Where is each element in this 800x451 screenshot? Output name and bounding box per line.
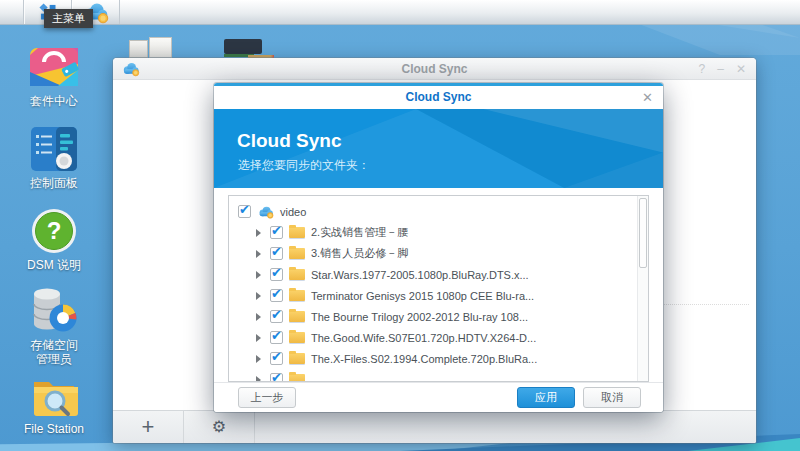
shortcut-package-center[interactable]: 套件中心 [10,42,98,108]
expand-arrow-icon[interactable] [256,250,261,258]
window-titlebar[interactable]: Cloud Sync ? – ✕ [113,58,756,80]
tree-row[interactable]: Terminator Genisys 2015 1080p CEE Blu-ra… [229,285,648,306]
shortcut-label: 套件中心 [10,94,98,108]
svg-text:?: ? [47,217,62,244]
checkbox-checked[interactable] [270,331,283,344]
add-connection-button[interactable]: + [113,411,184,443]
desk-object-nas [129,40,148,58]
main-menu-tooltip: 主菜单 [44,9,93,28]
shortcut-label: 控制面板 [10,176,98,190]
cancel-button[interactable]: 取消 [583,387,641,408]
tree-label: video [280,206,306,218]
dialog-footer: 上一步 应用 取消 [214,382,663,412]
checkbox-checked[interactable] [270,289,283,302]
shortcut-label: File Station [10,422,98,436]
close-button[interactable]: ✕ [736,62,746,76]
checkbox-checked[interactable] [270,310,283,323]
folder-icon [289,269,305,280]
folder-icon [289,374,305,382]
tree-label: 3.销售人员必修－脚 [311,246,408,261]
tree-label: The Bourne Trilogy 2002-2012 Blu-ray 108… [311,311,528,323]
desktop: 主菜单 套件中心 控制面板 [0,0,800,451]
minimize-button[interactable]: – [717,62,724,76]
back-button[interactable]: 上一步 [238,387,296,408]
checkbox-checked[interactable] [270,352,283,365]
tree-label: The.Good.Wife.S07E01.720p.HDTV.X264-D... [311,332,536,344]
plus-icon: + [142,416,155,438]
divider-dotted [653,304,749,305]
storage-manager-icon [30,287,78,334]
tree-label: Star.Wars.1977-2005.1080p.BluRay.DTS.x..… [311,269,529,281]
shortcut-storage-manager[interactable]: 存储空间管理员 [10,287,98,366]
folder-icon [289,290,305,301]
cloud-sync-dialog: Cloud Sync ✕ Cloud Sync 选择您要同步的文件夹： vide… [214,83,663,412]
dialog-banner: Cloud Sync 选择您要同步的文件夹： [214,109,663,188]
shortcut-file-station[interactable]: File Station [10,374,98,436]
tree-row[interactable]: The Bourne Trilogy 2002-2012 Blu-ray 108… [229,306,648,327]
expand-arrow-icon[interactable] [256,313,261,321]
tree-row[interactable]: 2.实战销售管理－腰 [229,222,648,243]
folder-icon [289,353,305,364]
desk-object-nas [224,39,262,54]
tree-row[interactable]: 3.销售人员必修－脚 [229,243,648,264]
close-icon[interactable]: ✕ [642,86,653,109]
banner-subtitle: 选择您要同步的文件夹： [238,157,370,174]
folder-icon [289,332,305,343]
shortcut-control-panel[interactable]: 控制面板 [10,126,98,190]
tree-label: The.X-Files.S02.1994.Complete.720p.BluRa… [311,353,537,365]
settings-button[interactable]: ⚙ [184,411,255,443]
cloud-sync-icon [257,205,275,219]
tree-row-root[interactable]: video [229,201,648,222]
dsm-help-icon: ? [31,208,77,254]
folder-icon [289,227,305,238]
expand-arrow-icon[interactable] [256,334,261,342]
banner-title: Cloud Sync [237,130,342,152]
dialog-titlebar[interactable]: Cloud Sync ✕ [214,86,663,109]
package-center-icon [28,42,80,90]
expand-arrow-icon[interactable] [256,355,261,363]
shortcut-dsm-help[interactable]: ? DSM 说明 [10,208,98,272]
help-button[interactable]: ? [699,62,706,76]
expand-arrow-icon[interactable] [256,271,261,279]
apply-button[interactable]: 应用 [517,387,575,408]
scrollbar-track[interactable] [637,196,648,381]
tree-label: 2.实战销售管理－腰 [311,225,408,240]
tree-row[interactable]: The.X-Files.S02.1994.Complete.720p.BluRa… [229,348,648,369]
folder-tree: video 2.实战销售管理－腰 3.销售人员必修－脚 Star.Wars.19… [228,195,649,382]
checkbox-checked[interactable] [270,247,283,260]
tree-row-partial[interactable] [229,369,648,382]
taskbar [0,0,800,25]
checkbox-checked[interactable] [238,205,251,218]
window-bottom-toolbar: + ⚙ [113,410,756,443]
expand-arrow-icon[interactable] [256,292,261,300]
checkbox-checked[interactable] [270,268,283,281]
folder-icon [289,311,305,322]
checkbox-checked[interactable] [270,373,283,382]
desk-object-nas [149,37,172,58]
folder-icon [289,248,305,259]
taskbar-spacer [0,0,24,24]
gear-icon: ⚙ [212,419,226,435]
file-station-icon [30,374,78,418]
shortcut-label: 存储空间管理员 [25,338,83,366]
window-title: Cloud Sync [113,58,756,80]
dialog-title: Cloud Sync [214,86,663,109]
tree-row[interactable]: Star.Wars.1977-2005.1080p.BluRay.DTS.x..… [229,264,648,285]
scrollbar-thumb[interactable] [639,198,647,268]
shortcut-label: DSM 说明 [10,258,98,272]
expand-arrow-icon[interactable] [256,229,261,237]
tree-row[interactable]: The.Good.Wife.S07E01.720p.HDTV.X264-D... [229,327,648,348]
control-panel-icon [30,126,78,172]
checkbox-checked[interactable] [270,226,283,239]
tree-label: Terminator Genisys 2015 1080p CEE Blu-ra… [311,290,534,302]
